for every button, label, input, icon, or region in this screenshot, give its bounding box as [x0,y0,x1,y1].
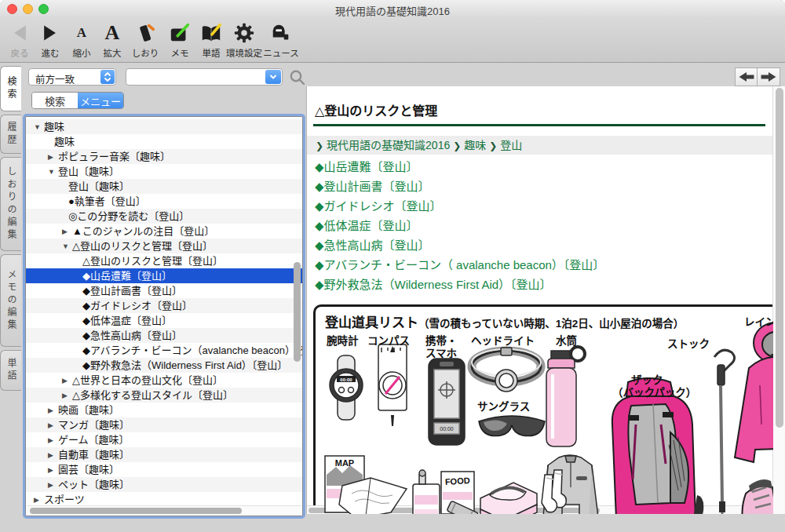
tab-menu[interactable]: メニュー [78,93,123,108]
tree-row[interactable]: ▼趣味 [26,119,302,134]
tree-row[interactable]: ◆アバランチ・ビーコン（avalanche beacon）〔登山〕 [26,343,302,358]
disclosure-open-icon[interactable]: ▼ [48,165,58,179]
search-icon[interactable] [289,69,306,86]
breadcrumb-item[interactable]: 登山 [500,139,522,151]
content-vertical-scrollbar[interactable] [772,86,785,514]
sidetab-memo-edit[interactable]: メモの編集 [0,254,21,347]
tree-row-label: ●執筆者〔登山〕 [68,195,146,207]
combo-dropdown-button[interactable] [265,70,281,84]
toolbar-zoom-out-button[interactable]: A 縮小 [66,20,97,60]
article-link[interactable]: ◆アバランチ・ビーコン（ avalanche beacon）〔登山〕 [315,255,770,275]
article-link[interactable]: ◆山岳遭難〔登山〕 [315,157,770,177]
tab-search[interactable]: 検索 [32,93,78,108]
tree-row[interactable]: ▶ポピュラー音楽〔趣味〕 [26,149,302,164]
tree-row[interactable]: ▶ゲーム〔趣味〕 [26,432,302,447]
toolbar-forward-button[interactable]: 進む [35,20,66,60]
disclosure-closed-icon[interactable]: ▶ [62,224,72,239]
article-title: △登山のリスクと管理 [315,100,437,119]
disclosure-closed-icon[interactable]: ▶ [48,448,58,462]
tree-row[interactable]: ◆ガイドレシオ〔登山〕 [26,298,302,313]
breadcrumb-item[interactable]: 現代用語の基礎知識2016 [327,139,450,151]
sidetab-search[interactable]: 検索 [0,66,21,111]
content-pane: △登山のリスクと管理 ❯現代用語の基礎知識2016❯趣味❯登山 ◆山岳遭難〔登山… [306,86,785,514]
tree-row[interactable]: ●執筆者〔登山〕 [26,194,302,209]
search-combo [126,68,283,86]
label-rain: レイン [744,313,773,329]
tree-row[interactable]: △登山のリスクと管理〔登山〕 [26,253,302,268]
disclosure-closed-icon[interactable]: ▶ [48,478,58,492]
tree-vertical-scrollbar[interactable] [294,262,301,362]
tree-row[interactable]: ▶△世界と日本の登山文化〔登山〕 [26,373,302,388]
tree-row[interactable]: ▼登山〔趣味〕 [26,164,302,179]
large-a-icon: A [96,20,129,46]
match-mode-popup[interactable]: 前方一致 [28,68,116,86]
toolbar-back-button[interactable]: 戻る [4,20,35,60]
tree-row[interactable]: ▶△多様化する登山スタイル〔登山〕 [26,388,302,403]
tree-row-label: ◎この分野を読む〔登山〕 [68,210,189,222]
disclosure-closed-icon[interactable]: ▶ [48,403,58,417]
tree-row-label: 登山〔趣味〕 [68,180,130,192]
toolbar-preferences-button[interactable]: 環境設定 [223,20,265,60]
article-link[interactable]: ◆ガイドレシオ〔登山〕 [315,196,770,216]
article-link[interactable]: ◆野外救急法（Wilderness First Aid）〔登山〕 [315,275,770,294]
disclosure-closed-icon[interactable]: ▶ [62,373,72,388]
disclosure-open-icon[interactable]: ▼ [34,120,44,134]
bookmark-icon [128,20,162,46]
disclosure-closed-icon[interactable]: ▶ [48,463,58,477]
content-forward-button[interactable] [758,67,780,86]
tree-horizontal-scrollbar[interactable] [27,505,301,515]
tree-row-label: ◆アバランチ・ビーコン（avalanche beacon）〔登山〕 [82,344,302,356]
disclosure-closed-icon[interactable]: ▶ [48,418,58,432]
svg-text:MAP: MAP [335,458,354,468]
content-vscroll-thumb[interactable] [776,88,783,428]
disclosure-closed-icon[interactable]: ▶ [48,150,58,164]
tree-row[interactable]: ▶マンガ〔趣味〕 [26,417,302,432]
tree-row[interactable]: ▶ペット〔趣味〕 [26,477,302,492]
tree-row[interactable]: ▼△登山のリスクと管理〔登山〕 [26,239,302,253]
tree-row[interactable]: ▶映画〔趣味〕 [26,403,302,417]
tree-hscroll-thumb[interactable] [30,508,242,514]
popup-stepper-icon[interactable] [100,70,115,84]
label-bottle: 水筒 [556,332,577,348]
tree-row[interactable]: ◆登山計画書〔登山〕 [26,283,302,298]
thick-right-arrow-icon [759,70,778,84]
sidetab-bookmark-edit[interactable]: しおりの編集 [0,157,21,251]
menu-tree-panel: ▼趣味趣味▶ポピュラー音楽〔趣味〕▼登山〔趣味〕登山〔趣味〕●執筆者〔登山〕◎こ… [25,116,303,516]
article-link[interactable]: ◆急性高山病〔登山〕 [315,235,770,255]
label-zack-2: （バックパック） [612,384,696,399]
label-headlamp: ヘッドライト [471,332,535,348]
tree-row[interactable]: ◆山岳遭難〔登山〕 [26,268,302,283]
disclosure-closed-icon[interactable]: ▶ [48,433,58,447]
tree-row-label: △登山のリスクと管理〔登山〕 [82,255,223,267]
toolbar-zoom-in-button[interactable]: A 拡大 [96,20,129,60]
breadcrumb-item[interactable]: 趣味 [464,139,486,151]
tree-row-label: ◆登山計画書〔登山〕 [82,285,182,297]
tree-row-label: △登山のリスクと管理〔登山〕 [72,240,213,252]
content-clip: △登山のリスクと管理 ❯現代用語の基礎知識2016❯趣味❯登山 ◆山岳遭難〔登山… [307,86,773,514]
toolbar-news-button[interactable]: ニュース [262,20,300,60]
sidetab-history[interactable]: 履歴 [0,115,21,154]
search-input[interactable] [131,71,257,83]
sidetab-word[interactable]: 単語 [0,350,21,391]
tree-row[interactable]: ◆急性高山病〔登山〕 [26,328,302,343]
disclosure-open-icon[interactable]: ▼ [62,239,72,253]
tree-row[interactable]: ◎この分野を読む〔登山〕 [26,209,302,224]
tree-row[interactable]: ◆野外救急法（Wilderness First Aid）〔登山〕 [26,358,302,373]
tree-row[interactable]: ◆低体温症〔登山〕 [26,313,302,328]
disclosure-closed-icon[interactable]: ▶ [62,388,72,403]
tree-row[interactable]: 趣味 [26,134,302,149]
book-icon [195,20,227,46]
tree-row[interactable]: ▶園芸〔趣味〕 [26,462,302,477]
toolbar-word-button[interactable]: 単語 [195,20,227,60]
content-back-button[interactable] [735,67,758,86]
tree-row[interactable]: 登山〔趣味〕 [26,179,302,194]
tree-row[interactable]: ▶▲このジャンルの注目〔登山〕 [26,224,302,239]
forward-icon [35,20,66,46]
tree-row[interactable]: ▶自動車〔趣味〕 [26,447,302,462]
tree-row-label: ◆急性高山病〔登山〕 [82,330,182,341]
breadcrumb: ❯現代用語の基礎知識2016❯趣味❯登山 [307,136,773,155]
article-link[interactable]: ◆登山計画書〔登山〕 [315,177,770,196]
toolbar-memo-button[interactable]: メモ [164,20,195,60]
article-link[interactable]: ◆低体温症〔登山〕 [315,216,770,235]
toolbar-bookmark-button[interactable]: しおり [128,20,162,60]
